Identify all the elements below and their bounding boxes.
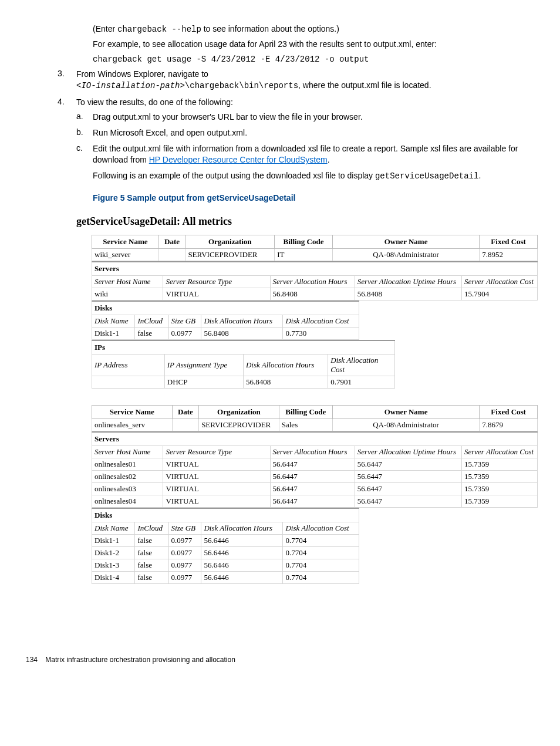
step-number: 4. (58, 97, 76, 600)
service-block-1: Service Name Date Organization Billing C… (92, 235, 538, 389)
page-content: (Enter chargeback --help to see informat… (0, 0, 560, 620)
step4c-p2: Following is an example of the output us… (93, 170, 534, 182)
step4c-p1: Edit the output.xml file with informatio… (93, 143, 534, 166)
intro-p1: (Enter chargeback --help to see informat… (93, 23, 534, 35)
step4a: a. Drag output.xml to your browser's URL… (76, 112, 534, 126)
step4c: c. Edit the output.xml file with informa… (76, 143, 534, 211)
intro-p2: For example, to see allocation usage dat… (93, 39, 534, 50)
footer-text: Matrix infrastructure orchestration prov… (45, 656, 235, 664)
service-header-table: Service Name Date Organization Billing C… (92, 235, 538, 261)
service-header-table-2: Service Name Date Organization Billing C… (92, 405, 538, 431)
page-footer: 134 Matrix infrastructure orchestration … (0, 656, 560, 664)
step-4: 4. To view the results, do one of the fo… (58, 97, 534, 600)
figure-title: getServiceUsageDetail: All metrics (76, 215, 534, 228)
disks-table-2: Disks Disk Name InCloud Size GB Disk All… (92, 508, 359, 584)
service-block-2: Service Name Date Organization Billing C… (92, 405, 538, 584)
intro-p3: chargeback get usage -S 4/23/2012 -E 4/2… (93, 53, 534, 65)
step3-text: From Windows Explorer, navigate to <IO-i… (76, 69, 534, 92)
step-3: 3. From Windows Explorer, navigate to <I… (58, 69, 534, 95)
figure-caption: Figure 5 Sample output from getServiceUs… (93, 193, 534, 204)
step4-lead: To view the results, do one of the follo… (76, 97, 534, 108)
page-number: 134 (26, 656, 43, 664)
disks-table-1: Disks Disk Name InCloud Size GB Disk All… (92, 301, 359, 340)
ips-table-1: IPs IP Address IP Assignment Type Disk A… (92, 340, 395, 389)
servers-table-2: Servers Server Host Name Server Resource… (92, 431, 538, 508)
step-number: 3. (58, 69, 76, 95)
servers-table-1: Servers Server Host Name Server Resource… (92, 261, 538, 301)
code-inline: chargeback --help (117, 25, 201, 34)
step4b: b. Run Microsoft Excel, and open output.… (76, 127, 534, 142)
code-inline: <IO-installation-path>\chargeback\bin\re… (76, 81, 298, 90)
hp-developer-link[interactable]: HP Developer Resource Center for CloudSy… (149, 155, 328, 164)
intro-block: (Enter chargeback --help to see informat… (93, 23, 534, 65)
